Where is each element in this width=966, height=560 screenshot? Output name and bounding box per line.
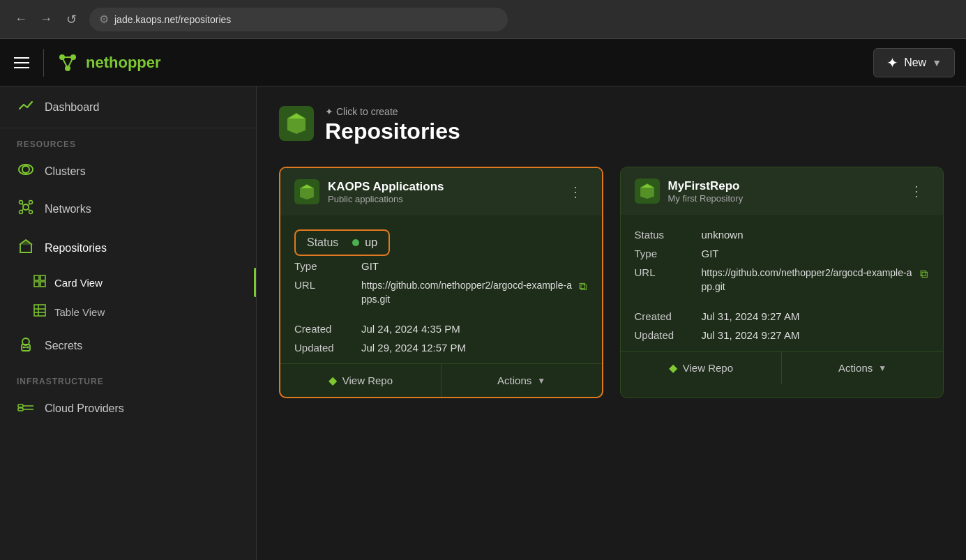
networks-icon bbox=[17, 199, 35, 218]
repo-card-myfirstrepo: MyFirstRepo My first Repository ⋮ Status… bbox=[620, 167, 944, 398]
actions-btn-kaops[interactable]: Actions ▼ bbox=[441, 364, 602, 397]
url-label-myfirstrepo: URL bbox=[635, 266, 697, 278]
card-header-kaops: KAOPS Applications Public applications ⋮ bbox=[280, 168, 602, 215]
cloud-providers-icon bbox=[17, 400, 35, 416]
header-left: nethopper bbox=[11, 49, 161, 77]
sidebar-item-networks-label: Networks bbox=[45, 203, 91, 215]
actions-arrow-myfirstrepo: ▼ bbox=[878, 363, 886, 373]
url-value-myfirstrepo: https://github.com/nethopper2/argocd-exa… bbox=[702, 266, 915, 294]
svg-marker-35 bbox=[288, 114, 305, 119]
card-row-type-myfirstrepo: Type GIT bbox=[635, 248, 930, 259]
forward-button[interactable]: → bbox=[36, 10, 56, 29]
logo-icon bbox=[55, 50, 80, 75]
created-row-kaops: Created Jul 24, 2024 4:35 PM bbox=[294, 323, 588, 335]
type-value-myfirstrepo: GIT bbox=[702, 248, 930, 259]
sidebar-item-card-view[interactable]: Card View bbox=[0, 268, 256, 297]
created-label-kaops: Created bbox=[294, 323, 357, 335]
svg-rect-18 bbox=[40, 275, 45, 280]
hamburger-menu[interactable] bbox=[11, 54, 32, 71]
updated-label-myfirstrepo: Updated bbox=[635, 329, 697, 341]
card-menu-myfirstrepo[interactable]: ⋮ bbox=[904, 180, 929, 202]
cards-grid: KAOPS Applications Public applications ⋮… bbox=[279, 167, 944, 398]
card-view-icon bbox=[33, 275, 46, 290]
sidebar-item-cloud-providers[interactable]: Cloud Providers bbox=[0, 391, 256, 427]
updated-value-myfirstrepo: Jul 31, 2024 9:27 AM bbox=[702, 329, 930, 341]
new-button[interactable]: ✦ New ▼ bbox=[873, 48, 955, 77]
card-footer-myfirstrepo: ◆ View Repo Actions ▼ bbox=[621, 351, 944, 384]
status-label-kaops: Status bbox=[307, 236, 338, 249]
sidebar-item-secrets[interactable]: Secrets bbox=[0, 326, 256, 365]
sidebar-item-repositories-label: Repositories bbox=[45, 242, 107, 255]
card-subtitle-myfirstrepo: My first Repository bbox=[668, 193, 896, 204]
infrastructure-section-label: INFRASTRUCTURE bbox=[0, 365, 256, 391]
status-highlight-kaops: Status up bbox=[294, 229, 390, 256]
top-header: nethopper ✦ New ▼ bbox=[0, 39, 966, 86]
secrets-icon bbox=[17, 336, 35, 355]
view-repo-btn-myfirstrepo[interactable]: ◆ View Repo bbox=[621, 351, 782, 384]
svg-point-9 bbox=[20, 211, 23, 214]
updated-value-kaops: Jul 29, 2024 12:57 PM bbox=[361, 342, 588, 354]
address-bar[interactable]: ⚙ jade.kaops.net/repositories bbox=[89, 8, 508, 31]
svg-rect-31 bbox=[18, 408, 23, 411]
svg-point-10 bbox=[29, 211, 33, 214]
sidebar-item-clusters[interactable]: Clusters bbox=[0, 153, 256, 190]
status-value-kaops: up bbox=[352, 236, 377, 249]
sidebar-item-dashboard[interactable]: Dashboard bbox=[0, 86, 256, 128]
logo-text: nethopper bbox=[86, 54, 161, 72]
view-repo-btn-kaops[interactable]: ◆ View Repo bbox=[280, 364, 441, 397]
sidebar-item-table-view[interactable]: Table View bbox=[0, 297, 256, 326]
dashboard-icon bbox=[17, 98, 35, 116]
svg-point-8 bbox=[29, 201, 33, 204]
card-repo-icon-myfirstrepo bbox=[635, 179, 660, 204]
card-repo-icon-kaops bbox=[294, 179, 319, 204]
status-dot-kaops bbox=[352, 239, 359, 246]
updated-row-kaops: Updated Jul 29, 2024 12:57 PM bbox=[294, 342, 588, 354]
updated-row-myfirstrepo: Updated Jul 31, 2024 9:27 AM bbox=[635, 329, 930, 341]
view-repo-icon-kaops: ◆ bbox=[329, 374, 337, 387]
url-text: jade.kaops.net/repositories bbox=[114, 14, 231, 25]
svg-point-7 bbox=[20, 201, 23, 204]
status-value-myfirstrepo: unknown bbox=[702, 229, 930, 241]
svg-line-14 bbox=[29, 209, 30, 211]
card-row-status-myfirstrepo: Status unknown bbox=[635, 229, 930, 241]
create-hint: ✦ Click to create bbox=[325, 106, 460, 117]
reload-button[interactable]: ↺ bbox=[61, 10, 81, 29]
sidebar-item-cloud-providers-label: Cloud Providers bbox=[45, 402, 124, 415]
back-button[interactable]: ← bbox=[11, 10, 31, 29]
new-button-label: New bbox=[904, 56, 926, 69]
updated-label-kaops: Updated bbox=[294, 342, 357, 354]
sidebar-item-networks[interactable]: Networks bbox=[0, 190, 256, 229]
url-label-kaops: URL bbox=[294, 279, 357, 291]
page-header-icon bbox=[279, 106, 314, 141]
actions-btn-myfirstrepo[interactable]: Actions ▼ bbox=[781, 351, 943, 384]
url-value-kaops: https://github.com/nethopper2/argocd-exa… bbox=[361, 279, 573, 306]
card-view-label: Card View bbox=[54, 277, 103, 289]
view-repo-icon-myfirstrepo: ◆ bbox=[669, 361, 677, 374]
card-body-myfirstrepo: Status unknown Type GIT URL https://gith… bbox=[621, 215, 944, 341]
svg-point-6 bbox=[23, 204, 29, 210]
logo: nethopper bbox=[55, 50, 161, 75]
content-area: ✦ Click to create Repositories KAOPS App… bbox=[257, 86, 966, 560]
copy-url-myfirstrepo[interactable]: ⧉ bbox=[919, 266, 929, 282]
svg-line-13 bbox=[22, 209, 24, 211]
sidebar: Dashboard RESOURCES Clusters Networks Re… bbox=[0, 86, 257, 560]
svg-rect-30 bbox=[18, 404, 23, 407]
browser-bar: ← → ↺ ⚙ jade.kaops.net/repositories bbox=[0, 0, 966, 39]
card-body-kaops: Status up Type GIT URL https://g bbox=[280, 215, 602, 354]
date-section-kaops: Created Jul 24, 2024 4:35 PM Updated Jul… bbox=[294, 316, 588, 354]
browser-nav: ← → ↺ bbox=[11, 10, 81, 29]
resources-section-label: RESOURCES bbox=[0, 128, 256, 153]
type-value-kaops: GIT bbox=[361, 260, 588, 272]
view-repo-label-myfirstrepo: View Repo bbox=[683, 362, 733, 374]
sidebar-item-repositories[interactable]: Repositories bbox=[0, 229, 256, 268]
sub-nav: Card View Table View bbox=[0, 268, 256, 326]
card-row-type-kaops: Type GIT bbox=[294, 260, 588, 272]
svg-line-11 bbox=[22, 204, 24, 205]
card-menu-kaops[interactable]: ⋮ bbox=[563, 181, 588, 203]
actions-label-kaops: Actions bbox=[497, 374, 531, 386]
type-label-kaops: Type bbox=[294, 260, 357, 272]
page-title: Repositories bbox=[325, 119, 460, 144]
svg-line-5 bbox=[68, 57, 73, 68]
copy-url-kaops[interactable]: ⧉ bbox=[578, 279, 588, 294]
page-header: ✦ Click to create Repositories bbox=[279, 106, 944, 144]
